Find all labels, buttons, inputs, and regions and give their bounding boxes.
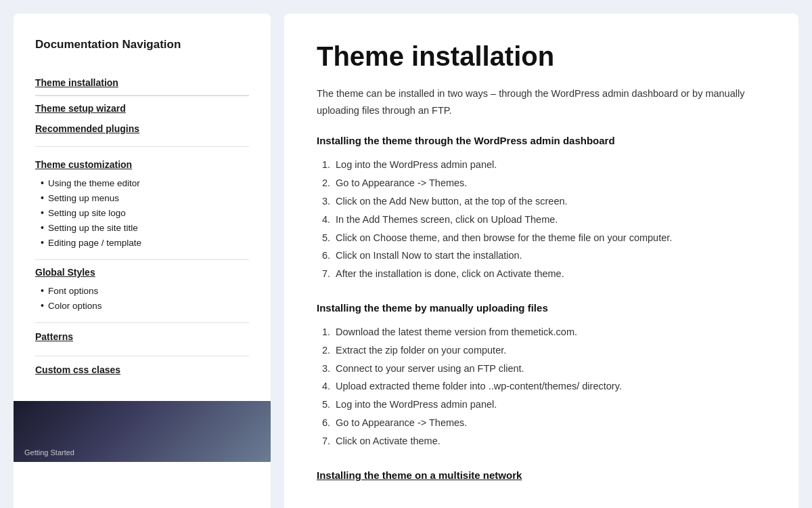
nav-link-custom-css-classes[interactable]: Custom css clases bbox=[35, 364, 249, 375]
list-item: Extract the zip folder on your computer. bbox=[333, 341, 766, 360]
list-item: Click on Install Now to start the instal… bbox=[333, 247, 766, 265]
manual-install-list: Download the latest theme version from t… bbox=[317, 323, 766, 450]
admin-install-list: Log into the WordPress admin panel. Go t… bbox=[317, 156, 766, 283]
nav-link-theme-setup-wizard[interactable]: Theme setup wizard bbox=[35, 96, 249, 121]
nav-sub-color-options[interactable]: Color options bbox=[35, 298, 249, 313]
nav-section-title-theme-customization[interactable]: Theme customization bbox=[35, 159, 249, 170]
list-item: After the installation is done, click on… bbox=[333, 265, 766, 283]
nav-sub-editing-page-template[interactable]: Editing page / template bbox=[35, 235, 249, 250]
section-heading-admin-install: Installing the theme through the WordPre… bbox=[317, 135, 766, 146]
list-item: Log into the WordPress admin panel. bbox=[333, 156, 766, 174]
list-item: Log into the WordPress admin panel. bbox=[333, 396, 766, 414]
nav-section-global-styles: Global Styles Font options Color options bbox=[35, 260, 249, 323]
list-item: Connect to your server using an FTP clie… bbox=[333, 360, 766, 378]
nav-sub-setting-up-menus[interactable]: Setting up menus bbox=[35, 190, 249, 205]
nav-link-recommended-plugins[interactable]: Recommended plugins bbox=[35, 121, 249, 141]
nav-link-patterns[interactable]: Patterns bbox=[35, 331, 249, 342]
list-item: Click on the Add New button, at the top … bbox=[333, 192, 766, 211]
nav-sub-setting-up-site-logo[interactable]: Setting up site logo bbox=[35, 205, 249, 220]
sidebar: Documentation Navigation Theme installat… bbox=[14, 14, 271, 508]
sidebar-bottom-image: Getting Started bbox=[14, 401, 271, 462]
list-item: In the Add Themes screen, click on Uploa… bbox=[333, 211, 766, 229]
list-item: Click on Choose theme, and then browse f… bbox=[333, 229, 766, 247]
nav-sub-using-theme-editor[interactable]: Using the theme editor bbox=[35, 175, 249, 190]
nav-link-theme-installation[interactable]: Theme installation bbox=[35, 70, 249, 96]
sidebar-title: Documentation Navigation bbox=[35, 38, 249, 51]
nav-section-theme-customization: Theme customization Using the theme edit… bbox=[35, 152, 249, 260]
layout: Documentation Navigation Theme installat… bbox=[14, 14, 798, 508]
section-heading-multisite-install: Installing the theme on a multisite netw… bbox=[317, 469, 766, 481]
sidebar-image-caption: Getting Started bbox=[24, 448, 74, 457]
list-item: Upload extracted theme folder into ..wp-… bbox=[333, 377, 766, 396]
list-item: Go to Appearance -> Themes. bbox=[333, 174, 766, 192]
intro-paragraph: The theme can be installed in two ways –… bbox=[317, 85, 766, 119]
nav-section-title-global-styles[interactable]: Global Styles bbox=[35, 267, 249, 278]
section-heading-manual-install: Installing the theme by manually uploadi… bbox=[317, 302, 766, 314]
list-item: Click on Activate theme. bbox=[333, 432, 766, 450]
nav-sub-font-options[interactable]: Font options bbox=[35, 283, 249, 298]
nav-sub-setting-up-site-title[interactable]: Setting up the site title bbox=[35, 220, 249, 235]
page-title: Theme installation bbox=[317, 41, 766, 72]
list-item: Go to Appearance -> Themes. bbox=[333, 414, 766, 432]
list-item: Download the latest theme version from t… bbox=[333, 323, 766, 341]
main-content: Theme installation The theme can be inst… bbox=[284, 14, 798, 508]
